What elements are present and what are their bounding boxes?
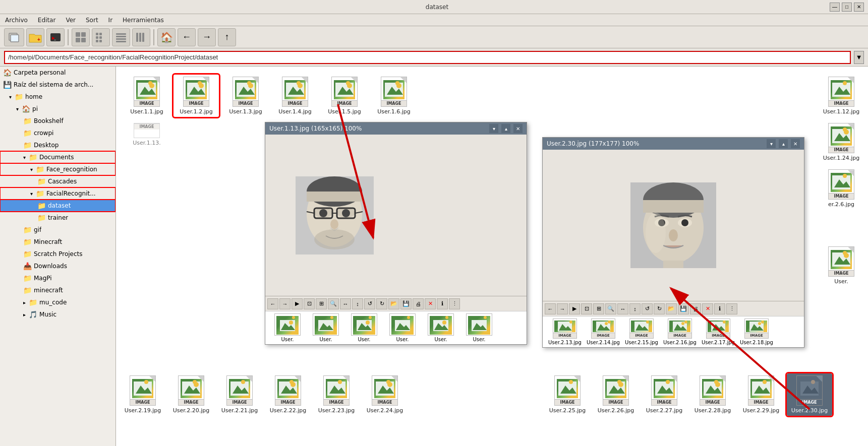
file-item-user-2-24[interactable]: IMAGE User.2.24.jpg	[362, 373, 408, 416]
menu-herramientas[interactable]: Herramientas	[120, 16, 167, 25]
file-item-user-1-5[interactable]: IMAGE User.1.5.jpg	[322, 75, 367, 117]
viewer-2-close[interactable]: ✕	[791, 139, 800, 148]
v1-flip-h[interactable]: ↔	[340, 298, 351, 309]
sidebar-item-carpeta-personal[interactable]: 🏠 Carpeta personal	[0, 67, 115, 79]
v1-zoom-actual[interactable]: ⊞	[316, 298, 327, 309]
file-item-user-right-4[interactable]: IMAGE User.	[819, 244, 864, 287]
list-view-button[interactable]	[132, 28, 150, 46]
file-item-user-2-21[interactable]: IMAGE User.2.21.jpg	[217, 373, 262, 416]
thumb-2-15[interactable]: IMAGE User.2.15.jpg	[623, 318, 660, 345]
v2-back[interactable]: ←	[545, 303, 556, 314]
v2-forward[interactable]: →	[557, 303, 568, 314]
v2-rotate-cw[interactable]: ↻	[654, 303, 665, 314]
v1-zoom-fit[interactable]: ⊡	[304, 298, 315, 309]
sidebar-item-pi[interactable]: ▾ 🏠 pi	[0, 103, 115, 115]
viewer-1-minimize[interactable]: ▾	[489, 124, 498, 133]
home-button[interactable]: 🏠	[157, 28, 176, 46]
v2-open[interactable]: 📂	[666, 303, 677, 314]
sidebar-item-facial-recognit[interactable]: ▾ 📁 FacialRecognit...	[0, 187, 115, 200]
sidebar-item-minecraft-lower[interactable]: 📁 minecraft	[0, 284, 115, 296]
sidebar-item-face-recognition[interactable]: ▾ 📁 Face_recognition	[0, 163, 115, 175]
file-item-user-1-4[interactable]: IMAGE User.1.4.jpg	[272, 75, 318, 117]
viewer-1-maximize[interactable]: ▴	[501, 124, 510, 133]
v1-save[interactable]: 💾	[400, 298, 412, 309]
window-controls[interactable]: ― □ ✕	[830, 3, 864, 12]
detail-view-button[interactable]	[112, 28, 130, 46]
file-item-user-1-12[interactable]: IMAGE User.1.12.jpg	[819, 75, 864, 117]
v1-back[interactable]: ←	[267, 298, 278, 309]
thumb-2-14[interactable]: IMAGE User.2.14.jpg	[585, 318, 621, 345]
minimize-button[interactable]: ―	[830, 3, 840, 12]
up-button[interactable]: ↑	[218, 28, 236, 46]
v1-info[interactable]: ℹ	[437, 298, 448, 309]
viewer-2-maximize[interactable]: ▴	[779, 139, 788, 148]
file-item-er-2-6[interactable]: IMAGE er.2.6.jpg	[819, 167, 864, 210]
file-item-user-2-30[interactable]: IMAGE User.2.30.jpg	[787, 373, 832, 416]
thumb-user-1-xx-5[interactable]: User.	[423, 313, 459, 342]
sidebar-item-scratch-projects[interactable]: 📁 Scratch Projects	[0, 248, 115, 260]
v2-zoom-actual[interactable]: ⊞	[593, 303, 604, 314]
v1-delete[interactable]: ✕	[425, 298, 436, 309]
sidebar-item-desktop[interactable]: 📁 Desktop	[0, 139, 115, 151]
v2-print[interactable]: 🖨	[690, 303, 701, 314]
open-terminal-button[interactable]: ▶ _	[46, 28, 65, 46]
sidebar-item-minecraft[interactable]: 📁 Minecraft	[0, 236, 115, 248]
file-item-user-1-13-partial[interactable]: IMAGE User.1.13.	[124, 121, 169, 148]
sidebar-item-documents[interactable]: ▾ 📁 Documents	[0, 151, 115, 163]
sidebar-item-magpi[interactable]: 📁 MagPi	[0, 272, 115, 284]
thumb-user-1-xx-2[interactable]: User.	[308, 313, 344, 342]
menu-editar[interactable]: Editar	[35, 16, 59, 25]
sidebar-item-music[interactable]: ▸ 🎵 Music	[0, 308, 115, 321]
new-folder-button[interactable]: +	[26, 28, 44, 46]
sidebar-item-raiz[interactable]: 💾 Raíz del sistema de arch...	[0, 79, 115, 91]
v2-flip-v[interactable]: ↕	[629, 303, 641, 314]
file-item-user-2-26[interactable]: IMAGE User.2.26.jpg	[593, 373, 639, 416]
v1-forward[interactable]: →	[279, 298, 291, 309]
v2-rotate-ccw[interactable]: ↺	[642, 303, 653, 314]
sidebar-item-cascades[interactable]: 📁 Cascades	[0, 175, 115, 187]
v1-play[interactable]: ▶	[292, 298, 303, 309]
file-item-user-2-27[interactable]: IMAGE User.2.27.jpg	[642, 373, 687, 416]
sidebar-item-dataset[interactable]: 📁 dataset	[0, 200, 115, 212]
viewer-1-close[interactable]: ✕	[513, 124, 523, 133]
file-item-user-1-1[interactable]: IMAGE User.1.1.jpg	[124, 75, 169, 117]
file-item-user-2-25[interactable]: IMAGE User.2.25.jpg	[545, 373, 590, 416]
v2-zoom-fit[interactable]: ⊡	[581, 303, 592, 314]
v1-print[interactable]: 🖨	[413, 298, 424, 309]
file-item-user-1-2[interactable]: IMAGE User.1.2.jpg	[173, 75, 219, 117]
file-item-user-2-20[interactable]: IMAGE User.2.20.jpg	[168, 373, 214, 416]
file-item-user-2-19[interactable]: IMAGE User.2.19.jpg	[120, 373, 165, 416]
thumb-2-13[interactable]: IMAGE User.2.13.jpg	[547, 318, 583, 345]
thumb-user-1-xx-4[interactable]: User.	[384, 313, 421, 342]
v1-open[interactable]: 📂	[388, 298, 399, 309]
menu-ver[interactable]: Ver	[63, 16, 79, 25]
file-item-user-2-29[interactable]: IMAGE User.2.29.jpg	[738, 373, 784, 416]
viewer-2-minimize[interactable]: ▾	[767, 139, 776, 148]
sidebar-item-crowpi[interactable]: 📁 crowpi	[0, 127, 115, 139]
sidebar-item-trainer[interactable]: 📁 trainer	[0, 212, 115, 224]
close-button[interactable]: ✕	[854, 3, 864, 12]
v1-more[interactable]: ⋮	[449, 298, 460, 309]
menu-sort[interactable]: Sort	[83, 16, 101, 25]
file-item-user-2-22[interactable]: IMAGE User.2.22.jpg	[265, 373, 311, 416]
file-item-user-2-23[interactable]: IMAGE User.2.23.jpg	[314, 373, 359, 416]
icon-view-button[interactable]	[72, 28, 90, 46]
v1-rotate-cw[interactable]: ↻	[376, 298, 387, 309]
v2-delete[interactable]: ✕	[702, 303, 713, 314]
v2-zoom-in[interactable]: 🔍	[605, 303, 616, 314]
forward-button[interactable]: →	[198, 28, 216, 46]
menu-ir[interactable]: Ir	[105, 16, 115, 25]
sidebar-item-mu-code[interactable]: ▸ 📁 mu_code	[0, 296, 115, 308]
maximize-button[interactable]: □	[842, 3, 852, 12]
sidebar-item-home[interactable]: ▾ 📁 home	[0, 91, 115, 103]
thumb-user-1-xx-3[interactable]: User.	[346, 313, 382, 342]
v1-flip-v[interactable]: ↕	[352, 298, 363, 309]
thumb-user-1-xx-1[interactable]: User.	[269, 313, 306, 342]
v2-flip-h[interactable]: ↔	[617, 303, 628, 314]
menu-archivo[interactable]: Archivo	[2, 16, 31, 25]
thumb-2-16[interactable]: IMAGE User.2.16.jpg	[662, 318, 698, 345]
file-item-user-2-28[interactable]: IMAGE User.2.28.jpg	[690, 373, 735, 416]
thumb-user-1-xx-6[interactable]: User.	[461, 313, 497, 342]
v2-play[interactable]: ▶	[569, 303, 580, 314]
v1-rotate-ccw[interactable]: ↺	[364, 298, 375, 309]
